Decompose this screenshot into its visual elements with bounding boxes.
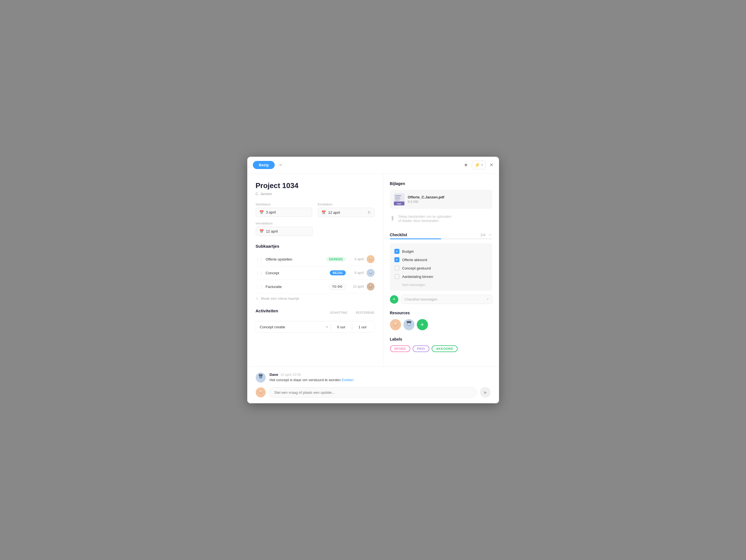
add-resource-button[interactable]: +	[417, 319, 428, 330]
activity-schatting: 6 uur	[334, 325, 349, 329]
activiteiten-section: Activiteiten SCHATTING RESTEREND Concept…	[256, 308, 375, 333]
add-item-label[interactable]: Item toevoegen	[394, 281, 488, 287]
star-button[interactable]: ★	[464, 162, 468, 168]
status-badge: TO DO	[329, 284, 345, 289]
arrow-button[interactable]: →	[278, 162, 283, 168]
comment-section: Dave 10 april 10:59 Het concept is klaar…	[247, 367, 499, 403]
drag-handle-icon[interactable]: ⋮⋮	[256, 285, 263, 289]
labels-section: Labels SPOED PRIO AKKOORD	[390, 337, 492, 352]
label-spoed[interactable]: SPOED	[390, 345, 410, 352]
svg-point-22	[394, 321, 397, 326]
avatar	[367, 255, 375, 263]
left-panel: Project 1034 C. Janzen Startdatum 📅 3 ap…	[247, 173, 383, 367]
status-badge: GEREED	[326, 257, 345, 262]
svg-rect-31	[259, 374, 263, 376]
svg-rect-14	[395, 197, 400, 198]
einddatum-input[interactable]: 📅 12 april ↻	[318, 208, 375, 217]
col-schatting: SCHATTING	[330, 311, 347, 314]
send-button[interactable]: ➤	[480, 387, 491, 398]
subkaartjes-section: Subkaartjes ⋮⋮ Offerte opstellen GEREED …	[256, 244, 375, 301]
comment-time: 10 april 10:59	[281, 373, 301, 377]
upload-text: Sleep bestanden om te uploaden of blader…	[398, 214, 452, 223]
drag-handle-icon[interactable]: ⋮⋮	[256, 257, 263, 261]
topbar-right: ★ ⚡ ▾ ✕	[464, 161, 493, 169]
status-badge: BEZIG	[330, 270, 345, 275]
subkaartjes-title: Subkaartjes	[256, 244, 375, 249]
label-akkoord[interactable]: AKKOORD	[432, 345, 457, 352]
einddatum-label: Einddatum	[318, 203, 375, 206]
activity-resterend: 1 uur	[355, 325, 370, 329]
activiteiten-header: Activiteiten SCHATTING RESTEREND	[256, 308, 375, 317]
subcard-date: 4 april	[348, 257, 364, 261]
svg-rect-16	[395, 200, 399, 200]
lightning-icon: ⚡	[475, 162, 480, 168]
project-subtitle: C. Janzen	[256, 192, 375, 196]
attachment-name: Offerte_C.Janzen.pdf	[408, 195, 488, 199]
checkbox-offerte-akkoord[interactable]	[394, 257, 399, 262]
list-item: Offerte akkoord	[394, 255, 488, 264]
checklist-arrow: →	[488, 232, 492, 237]
checkbox-budget[interactable]	[394, 249, 399, 254]
checklist-title: Checklist	[390, 232, 407, 237]
subcard-name: Offerte opstellen	[266, 257, 324, 261]
new-card-label: Maak een nieuw kaartje	[261, 297, 299, 301]
lightning-chevron: ▾	[481, 163, 483, 167]
subcard-date: 10 april	[348, 285, 364, 288]
activity-select[interactable]: Concept creatie ▾	[260, 325, 328, 329]
bijlagen-title: Bijlagen	[390, 181, 492, 186]
add-checklist-button[interactable]: +	[390, 295, 398, 304]
add-checklist-chevron: ▾	[487, 298, 489, 301]
close-icon: ✕	[489, 162, 493, 168]
refresh-button[interactable]: ↻	[368, 210, 371, 215]
calendar-icon-start: 📅	[259, 210, 264, 214]
einddatum-field: Einddatum 📅 12 april ↻	[318, 203, 375, 217]
svg-text:PDF: PDF	[397, 203, 401, 205]
divider	[352, 324, 352, 330]
checklist-label: Concept gestuurd	[402, 266, 431, 270]
current-user-avatar	[256, 387, 266, 397]
einddatum-value: 12 april	[328, 211, 340, 215]
checkbox-aanbetaling[interactable]	[394, 274, 399, 279]
upload-area[interactable]: ⬆ Sleep bestanden om te uploaden of blad…	[390, 212, 492, 226]
comment-avatar	[256, 372, 266, 383]
labels-title: Labels	[390, 337, 492, 341]
vervaldatum-input[interactable]: 📅 12 april	[256, 227, 313, 236]
send-icon: ➤	[483, 390, 487, 395]
new-card-arrow: ↳	[256, 297, 259, 301]
lightning-button[interactable]: ⚡ ▾	[472, 161, 486, 169]
comment-author: Dave	[270, 372, 278, 377]
topbar: Bezig → ★ ⚡ ▾ ✕	[247, 157, 499, 173]
main-content: Project 1034 C. Janzen Startdatum 📅 3 ap…	[247, 173, 499, 367]
checklist-count: 2/4	[480, 233, 485, 237]
checkbox-concept-gestuurd[interactable]	[394, 265, 399, 271]
vervaldatum-section: Vervaldatum 📅 12 april	[256, 222, 375, 236]
startdatum-input[interactable]: 📅 3 april	[256, 208, 312, 217]
table-row: ⋮⋮ Facturatie TO DO 10 april	[256, 280, 375, 293]
label-tags: SPOED PRIO AKKOORD	[390, 345, 492, 352]
checklist-header: Checklist 2/4 →	[390, 232, 492, 237]
comment-input-field[interactable]	[269, 387, 477, 398]
subcard-name: Facturatie	[266, 285, 326, 289]
activity-chevron: ▾	[326, 325, 328, 329]
table-row: ⋮⋮ Concept BEZIG 8 april	[256, 266, 375, 280]
status-button[interactable]: Bezig	[253, 161, 275, 169]
add-checklist-input[interactable]: Checklist toevoegen ▾	[401, 295, 492, 304]
svg-point-11	[370, 284, 372, 287]
comment-item: Dave 10 april 10:59 Het concept is klaar…	[256, 372, 491, 383]
checklist-label: Aanbetaling binnen	[402, 275, 433, 279]
topbar-left: Bezig →	[253, 161, 283, 169]
comment-mention[interactable]: Evelien	[342, 378, 353, 382]
new-card-link[interactable]: ↳ Maak een nieuw kaartje	[256, 297, 375, 301]
drag-handle-icon[interactable]: ⋮⋮	[256, 271, 263, 275]
add-checklist-placeholder: Checklist toevoegen	[405, 297, 437, 301]
label-prio[interactable]: PRIO	[412, 345, 430, 352]
add-checklist-row: + Checklist toevoegen ▾	[390, 295, 492, 304]
comment-text: Het concept is klaar om verstuurd te wor…	[270, 378, 491, 382]
svg-rect-13	[395, 195, 401, 196]
col-labels: SCHATTING RESTEREND	[330, 311, 374, 314]
resource-avatar-2	[403, 319, 414, 330]
close-button[interactable]: ✕	[489, 162, 493, 168]
modal: Bezig → ★ ⚡ ▾ ✕ Project 1034 C. Janzen	[247, 157, 499, 403]
resource-avatars: +	[390, 319, 492, 330]
activiteiten-title: Activiteiten	[256, 308, 278, 313]
